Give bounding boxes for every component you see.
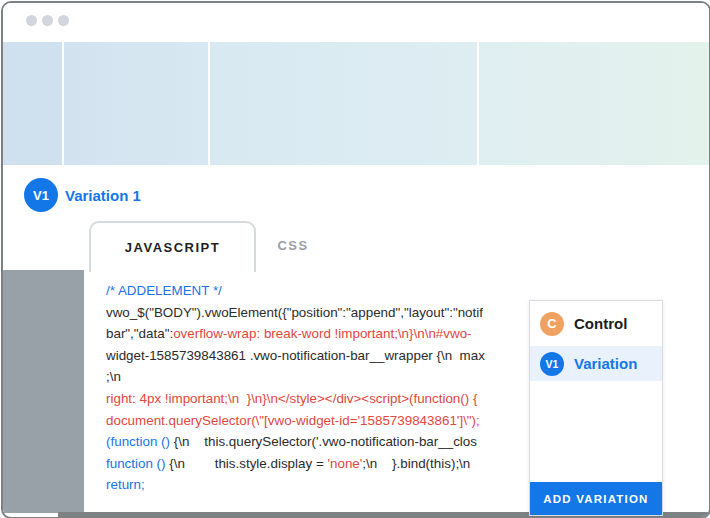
banner-block-2	[64, 42, 208, 165]
tab-javascript[interactable]: JAVASCRIPT	[89, 221, 256, 272]
code-line: document.querySelector(\"[vwo-widget-id=…	[106, 410, 532, 432]
variations-panel: C Control V1 Variation ADD VARIATION	[529, 300, 663, 516]
variation-badge: V1	[24, 178, 58, 212]
code-line: vwo_$("BODY").vwoElement({"position":"ap…	[106, 302, 532, 324]
screenshot-stage: V1 Variation 1 JAVASCRIPT CSS /* ADDELEM…	[0, 0, 710, 518]
window-control-dot[interactable]	[26, 15, 37, 26]
control-badge: C	[540, 312, 564, 336]
browser-window: V1 Variation 1 JAVASCRIPT CSS /* ADDELEM…	[1, 1, 710, 518]
banner-block-4	[479, 42, 709, 165]
window-control-dot[interactable]	[58, 15, 69, 26]
code-line: ;\n	[106, 366, 532, 388]
variation-title: Variation 1	[65, 187, 141, 204]
code-line: right: 4px !important;\n }\n}\n</style><…	[106, 388, 532, 410]
add-variation-button[interactable]: ADD VARIATION	[530, 482, 662, 515]
code-block[interactable]: /* ADDELEMENT */vwo_$("BODY").vwoElement…	[106, 280, 532, 498]
code-line: function () {\n this.style.display = 'no…	[106, 453, 532, 475]
panel-spacer	[530, 381, 662, 482]
code-line: /* ADDELEMENT */	[106, 280, 532, 302]
code-line: bar","data":overflow-wrap: break-word !i…	[106, 323, 532, 345]
window-titlebar	[3, 3, 709, 42]
panel-item-control[interactable]: C Control	[530, 301, 662, 346]
control-label: Control	[574, 315, 627, 332]
code-line: (function () {\n this.querySelector('.vw…	[106, 431, 532, 453]
code-line: return;	[106, 474, 532, 496]
panel-item-variation[interactable]: V1 Variation	[530, 346, 662, 381]
code-line: widget-1585739843861 .vwo-notification-b…	[106, 345, 532, 367]
banner-block-left	[3, 42, 62, 165]
variation-item-label: Variation	[574, 355, 637, 372]
variation-item-badge: V1	[540, 352, 564, 376]
banner-block-3	[210, 42, 477, 165]
page-preview-banner	[3, 42, 709, 165]
sidebar-placeholder	[3, 270, 84, 513]
tab-css[interactable]: CSS	[250, 221, 336, 270]
window-control-dot[interactable]	[42, 15, 53, 26]
